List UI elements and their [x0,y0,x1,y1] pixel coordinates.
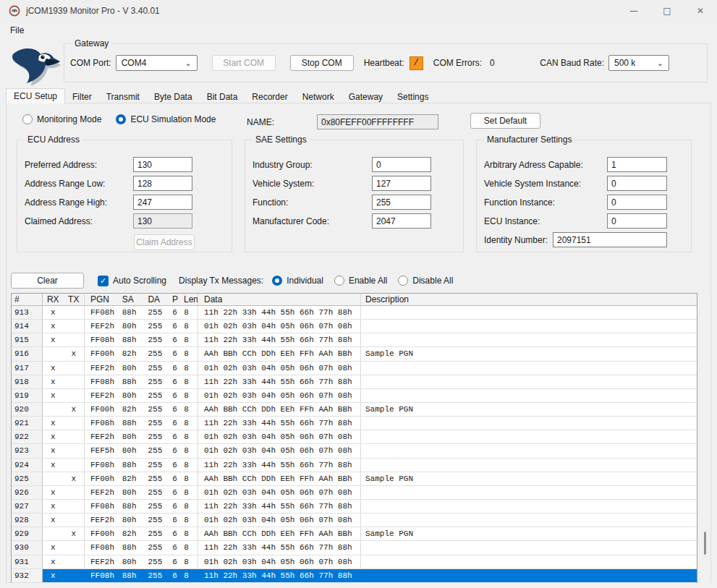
field-address-range-high[interactable] [133,195,192,210]
len-value: 8 [184,391,198,400]
radio-icon[interactable] [334,276,344,286]
field-claimed-address[interactable] [133,213,192,229]
vertical-scrollbar[interactable] [700,293,710,583]
tab-settings[interactable]: Settings [390,90,436,103]
rx-tx-cell: x [43,486,85,499]
radio-icon[interactable] [22,114,33,124]
table-row[interactable]: 916 x FF00h82h25568 AAh BBh CCh DDh EEh … [12,347,697,361]
menu-bar: File [0,22,717,38]
pgn-cell: FF08h88h25568 [85,500,198,513]
close-icon[interactable]: ✕ [684,0,717,22]
field-preferred-address[interactable] [133,157,192,172]
data-cell: 01h 02h 03h 04h 05h 06h 07h 08h [198,430,361,443]
table-row[interactable]: 925 x FF00h82h25568 AAh BBh CCh DDh EEh … [12,472,697,486]
ecu-address-legend: ECU Address [25,135,82,145]
table-row[interactable]: 922 x FEF2h80h25568 01h 02h 03h 04h 05h … [12,430,697,444]
description-cell [361,541,697,554]
field-function[interactable] [372,195,431,210]
clear-button[interactable]: Clear [11,273,84,289]
name-field[interactable] [317,114,438,129]
row-number: 924 [12,459,43,472]
table-row[interactable]: 917 x FEF2h80h25568 01h 02h 03h 04h 05h … [12,362,697,375]
description-cell: Sample PGN [361,527,697,540]
table-row[interactable]: 915 x FF08h88h25568 11h 22h 33h 44h 55h … [12,333,697,347]
radio-individual[interactable]: Individual [272,276,323,286]
tab-byte-data[interactable]: Byte Data [147,90,200,103]
name-label: NAME: [247,117,274,127]
field-industry-group[interactable] [372,157,431,172]
field-vehicle-system[interactable] [372,176,431,191]
tab-gateway[interactable]: Gateway [341,90,390,103]
radio-icon[interactable] [116,114,126,124]
header-description[interactable]: Description [361,294,697,305]
table-row[interactable]: 926 x FEF2h80h25568 01h 02h 03h 04h 05h … [12,486,697,500]
radio-enable-all[interactable]: Enable All [334,276,387,286]
table-row[interactable]: 924 x FF08h88h25568 11h 22h 33h 44h 55h … [12,459,697,472]
header-pgn-group[interactable]: PGNSADAPLen [85,294,198,305]
sa-value: 82h [122,474,148,483]
tab-label: Bit Data [207,92,238,102]
tx-flag: x [64,405,85,414]
baud-rate-select[interactable]: 500 k ⌄ [608,55,669,71]
field-arbitrary-adress-capable[interactable] [607,157,667,172]
tab-bit-data[interactable]: Bit Data [200,90,245,103]
field-vehicle-system-instance[interactable] [607,176,667,191]
auto-scrolling-checkbox[interactable] [98,276,109,286]
tab-network[interactable]: Network [295,90,341,103]
table-row[interactable]: 928 x FEF2h80h25568 01h 02h 03h 04h 05h … [12,514,697,527]
p-value: 6 [172,433,184,441]
field-identity-number[interactable] [553,232,667,247]
pgn-value: FEF2h [90,488,122,497]
start-com-button[interactable]: Start COM [212,55,276,71]
sa-value: 88h [122,336,148,344]
tab-label: Network [302,92,334,102]
table-row[interactable]: 931 x FEF2h80h25568 01h 02h 03h 04h 05h … [12,555,697,569]
claim-address-button[interactable]: Claim Address [134,234,195,250]
data-cell: 01h 02h 03h 04h 05h 06h 07h 08h [198,389,361,402]
field-label: Vehicle System Instance: [477,179,607,189]
field-function-instance[interactable] [607,195,667,210]
mode-radio-group: Monitoring Mode ECU Simulation Mode [22,114,216,124]
table-row[interactable]: 930 x FF08h88h25568 11h 22h 33h 44h 55h … [12,541,697,555]
table-row[interactable]: 932 x FF08h88h25568 11h 22h 33h 44h 55h … [12,569,697,583]
scrollbar-thumb[interactable] [704,532,706,555]
header-num[interactable]: # [12,294,43,305]
tab-ecu-setup[interactable]: ECU Setup [6,88,65,103]
header-data[interactable]: Data [198,294,361,305]
table-row[interactable]: 913 x FF08h88h25568 11h 22h 33h 44h 55h … [12,306,697,320]
da-value: 255 [148,391,172,400]
header-rxtx[interactable]: RXTX [43,294,85,305]
field-ecu-instance[interactable] [607,213,667,229]
radio-monitoring-mode[interactable]: Monitoring Mode [22,114,101,124]
table-row[interactable]: 921 x FF08h88h25568 11h 22h 33h 44h 55h … [12,417,697,430]
minimize-icon[interactable]: — [617,0,650,22]
radio-icon[interactable] [272,276,282,286]
tab-recorder[interactable]: Recorder [245,90,294,103]
set-default-button[interactable]: Set Default [470,113,540,129]
gateway-group: Gateway COM Port: COM4 ⌄ Start COM Stop … [64,43,708,82]
table-row[interactable]: 920 x FF00h82h25568 AAh BBh CCh DDh EEh … [12,403,697,417]
maximize-icon[interactable]: □ [650,0,684,22]
table-row[interactable]: 918 x FF08h88h25568 11h 22h 33h 44h 55h … [12,375,697,389]
com-port-select[interactable]: COM4 ⌄ [116,55,198,71]
table-row[interactable]: 914 x FEF2h80h25568 01h 02h 03h 04h 05h … [12,320,697,333]
stop-com-button[interactable]: Stop COM [290,55,354,71]
table-row[interactable]: 927 x FF08h88h25568 11h 22h 33h 44h 55h … [12,500,697,514]
radio-icon[interactable] [398,276,408,286]
rx-flag: x [43,543,64,552]
radio-ecu-simulation-mode[interactable]: ECU Simulation Mode [116,114,216,124]
field-label: Function Instance: [477,197,607,208]
field-address-range-low[interactable] [133,176,192,191]
tab-transmit[interactable]: Transmit [99,90,147,103]
table-row[interactable]: 923 x FEF5h80h25568 01h 02h 03h 04h 05h … [12,444,697,458]
p-value: 6 [172,516,184,524]
rx-tx-cell: x [43,541,85,554]
p-value: 6 [172,446,184,455]
field-manufacturer-code[interactable] [372,213,431,229]
table-row[interactable]: 919 x FEF2h80h25568 01h 02h 03h 04h 05h … [12,389,697,403]
sa-value: 80h [122,433,148,441]
menu-file[interactable]: File [4,23,30,38]
table-row[interactable]: 929 x FF00h82h25568 AAh BBh CCh DDh EEh … [12,527,697,541]
tab-filter[interactable]: Filter [65,90,99,103]
radio-disable-all[interactable]: Disable All [398,276,453,286]
